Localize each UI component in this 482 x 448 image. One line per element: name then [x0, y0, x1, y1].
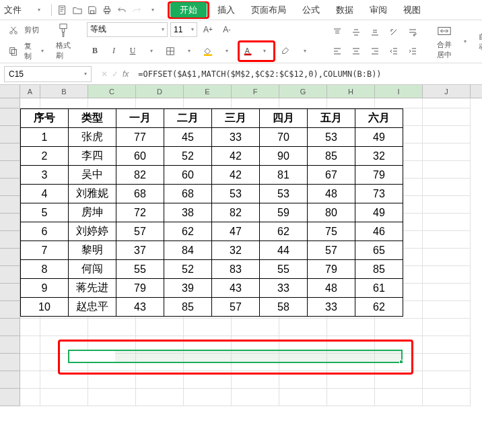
- table-cell[interactable]: 4: [21, 185, 69, 203]
- table-cell[interactable]: 72: [116, 203, 164, 222]
- cell[interactable]: [279, 336, 327, 354]
- row-head[interactable]: [0, 284, 20, 301]
- table-cell[interactable]: 何闯: [69, 260, 116, 279]
- cell[interactable]: [375, 336, 423, 354]
- cell[interactable]: [88, 371, 136, 389]
- bold-button[interactable]: B: [87, 43, 103, 59]
- table-cell[interactable]: 59: [260, 203, 308, 222]
- font-color-dropdown-icon[interactable]: ▾: [256, 43, 273, 59]
- cell[interactable]: [423, 231, 471, 249]
- table-cell[interactable]: 黎明: [69, 241, 116, 260]
- table-cell[interactable]: 3: [21, 166, 69, 185]
- table-cell[interactable]: 8: [21, 260, 69, 279]
- cell[interactable]: [423, 336, 471, 354]
- font-color-button[interactable]: A: [240, 43, 256, 59]
- col-head-I[interactable]: I: [375, 85, 423, 98]
- qat-dropdown-icon[interactable]: ▾: [145, 2, 161, 18]
- cell[interactable]: [88, 389, 136, 406]
- cell[interactable]: [184, 336, 232, 354]
- qat-new-icon[interactable]: [56, 3, 69, 18]
- table-cell[interactable]: 47: [212, 222, 260, 241]
- table-cell[interactable]: 82: [116, 166, 164, 185]
- cell[interactable]: [423, 389, 471, 406]
- table-cell[interactable]: 80: [308, 203, 355, 222]
- table-cell[interactable]: 1: [21, 128, 69, 147]
- table-cell[interactable]: 90: [260, 147, 308, 166]
- cell[interactable]: [327, 319, 375, 336]
- cell[interactable]: [375, 371, 423, 389]
- decrease-indent-icon[interactable]: [386, 43, 402, 59]
- font-size-select[interactable]: 11▾: [170, 22, 197, 37]
- table-cell[interactable]: 33: [212, 128, 260, 147]
- table-cell[interactable]: 32: [355, 147, 403, 166]
- cell[interactable]: [423, 108, 471, 126]
- cell[interactable]: [423, 284, 471, 301]
- tab-view[interactable]: 视图: [395, 1, 429, 19]
- row-head[interactable]: [0, 179, 20, 196]
- table-cell[interactable]: 73: [355, 185, 403, 203]
- cell[interactable]: [232, 389, 279, 406]
- table-cell[interactable]: 9: [21, 279, 69, 298]
- row-head[interactable]: [0, 126, 20, 143]
- table-cell[interactable]: 85: [308, 147, 355, 166]
- table-cell[interactable]: 57: [116, 222, 164, 241]
- table-cell[interactable]: 52: [164, 147, 212, 166]
- table-cell[interactable]: 45: [164, 128, 212, 147]
- table-cell[interactable]: 33: [308, 298, 355, 317]
- orientation-icon[interactable]: [386, 24, 402, 40]
- cell[interactable]: [232, 336, 279, 354]
- highlight-dropdown-icon[interactable]: ▾: [297, 43, 313, 59]
- row-head[interactable]: [0, 371, 20, 389]
- table-cell[interactable]: 刘雅妮: [69, 185, 116, 203]
- cancel-icon[interactable]: ✕: [101, 69, 108, 79]
- cell[interactable]: [423, 98, 471, 108]
- align-center-icon[interactable]: [348, 43, 364, 59]
- col-head-F[interactable]: F: [232, 85, 279, 98]
- cell[interactable]: [423, 161, 471, 179]
- tab-formula[interactable]: 公式: [294, 1, 328, 19]
- table-cell[interactable]: 5: [21, 203, 69, 222]
- cut-icon[interactable]: [5, 22, 22, 38]
- highlight-button[interactable]: [278, 43, 294, 59]
- table-cell[interactable]: 6: [21, 222, 69, 241]
- table-cell[interactable]: 39: [164, 279, 212, 298]
- cell[interactable]: [423, 319, 471, 336]
- borders-dropdown-icon[interactable]: ▾: [181, 43, 197, 59]
- formula-input[interactable]: [134, 66, 482, 82]
- cell[interactable]: [20, 319, 40, 336]
- table-cell[interactable]: 32: [212, 241, 260, 260]
- table-cell[interactable]: 38: [164, 203, 212, 222]
- table-cell[interactable]: 2: [21, 147, 69, 166]
- cell[interactable]: [20, 354, 40, 371]
- auto-label[interactable]: 自动: [479, 32, 482, 52]
- cell[interactable]: [232, 371, 279, 389]
- qat-redo-icon[interactable]: [130, 3, 143, 18]
- cell[interactable]: [136, 336, 184, 354]
- cell[interactable]: [136, 319, 184, 336]
- qat-save-icon[interactable]: [85, 3, 99, 18]
- cell[interactable]: [184, 354, 232, 371]
- table-cell[interactable]: 7: [21, 241, 69, 260]
- table-cell[interactable]: 68: [116, 185, 164, 203]
- cell[interactable]: [423, 143, 471, 161]
- tab-insert[interactable]: 插入: [209, 1, 243, 19]
- col-head-E[interactable]: E: [184, 85, 232, 98]
- table-cell[interactable]: 79: [308, 260, 355, 279]
- align-left-icon[interactable]: [329, 43, 345, 59]
- row-head[interactable]: [0, 266, 20, 284]
- table-cell[interactable]: 57: [212, 298, 260, 317]
- col-head-J[interactable]: J: [423, 85, 471, 98]
- table-cell[interactable]: 蒋先进: [69, 279, 116, 298]
- table-cell[interactable]: 42: [212, 166, 260, 185]
- table-cell[interactable]: 81: [260, 166, 308, 185]
- increase-font-icon[interactable]: A+: [200, 22, 216, 38]
- table-cell[interactable]: 61: [355, 279, 403, 298]
- table-cell[interactable]: 55: [260, 260, 308, 279]
- cell[interactable]: [279, 354, 327, 371]
- cell[interactable]: [423, 266, 471, 284]
- tab-layout[interactable]: 页面布局: [243, 1, 294, 19]
- row-head[interactable]: [0, 214, 20, 231]
- table-cell[interactable]: 83: [212, 260, 260, 279]
- table-cell[interactable]: 49: [355, 128, 403, 147]
- row-head[interactable]: [0, 161, 20, 179]
